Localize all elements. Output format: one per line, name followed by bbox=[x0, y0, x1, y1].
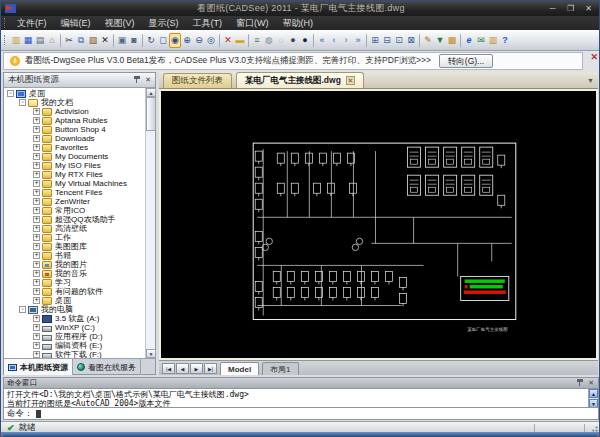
expand-toggle[interactable]: + bbox=[33, 117, 40, 124]
markup-icon[interactable]: ✎ bbox=[422, 33, 434, 48]
command-scrollbar[interactable]: ▲ ▼ bbox=[588, 389, 598, 408]
prev-sheet-icon[interactable]: ◀ bbox=[176, 363, 189, 374]
tree-item[interactable]: + Aptana Rubles bbox=[4, 116, 145, 125]
expand-toggle[interactable]: - bbox=[19, 99, 26, 106]
mail-icon[interactable]: ✉ bbox=[475, 33, 487, 48]
zoom-extents-icon[interactable]: ◎ bbox=[205, 33, 217, 48]
ruler-icon[interactable]: ▬ bbox=[234, 33, 246, 48]
home-icon[interactable]: ⌂ bbox=[46, 33, 58, 48]
expand-toggle[interactable]: + bbox=[33, 153, 40, 160]
expand-toggle[interactable]: + bbox=[33, 315, 40, 322]
zoom-window-icon[interactable]: ◻ bbox=[157, 33, 169, 48]
pin-icon[interactable] bbox=[134, 76, 140, 84]
tree-item[interactable]: - 桌面 bbox=[4, 89, 145, 98]
next-page-icon[interactable]: › bbox=[340, 33, 352, 48]
drag-grip[interactable] bbox=[4, 35, 7, 45]
save-icon[interactable]: ▦ bbox=[22, 33, 34, 48]
layers-icon[interactable]: ≡ bbox=[251, 33, 263, 48]
tree-item[interactable]: + My Virtual Machines bbox=[4, 179, 145, 188]
next-sheet-icon[interactable]: ▶ bbox=[190, 363, 203, 374]
tree-item[interactable]: + Tencent Files bbox=[4, 188, 145, 197]
expand-toggle[interactable]: + bbox=[33, 333, 40, 340]
tree-item[interactable]: + 我的音乐 bbox=[4, 269, 145, 278]
tree-item[interactable]: - 我的文档 bbox=[4, 98, 145, 107]
tree-item[interactable]: + 桌面 bbox=[4, 296, 145, 305]
close-button[interactable]: ✕ bbox=[581, 3, 596, 14]
zoom-in-icon[interactable]: ⊕ bbox=[181, 33, 193, 48]
tree-item[interactable]: + Button Shop 4 bbox=[4, 125, 145, 134]
tab-layout1[interactable]: 布局1 bbox=[262, 362, 298, 375]
expand-toggle[interactable]: + bbox=[33, 135, 40, 142]
tree-item[interactable]: + My ISO Files bbox=[4, 161, 145, 170]
expand-toggle[interactable]: + bbox=[33, 342, 40, 349]
command-close-icon[interactable]: ✕ bbox=[588, 379, 594, 387]
tree-item[interactable]: + 高清壁纸 bbox=[4, 224, 145, 233]
open-icon[interactable]: ▥ bbox=[10, 33, 22, 48]
help-icon[interactable]: ? bbox=[499, 33, 511, 48]
bg-color-icon[interactable]: ● bbox=[299, 33, 311, 48]
drawing-canvas-inner[interactable]: 某电厂电气主接线图 bbox=[161, 91, 596, 358]
tree-item[interactable]: + Downloads bbox=[4, 134, 145, 143]
command-input[interactable]: 命令： bbox=[4, 407, 598, 419]
expand-toggle[interactable]: + bbox=[33, 252, 40, 259]
menu-item[interactable]: 显示(S) bbox=[142, 16, 186, 30]
expand-toggle[interactable]: + bbox=[33, 144, 40, 151]
expand-toggle[interactable]: + bbox=[33, 108, 40, 115]
expand-toggle[interactable]: + bbox=[33, 243, 40, 250]
zoom-out-icon[interactable]: ⊖ bbox=[193, 33, 205, 48]
scroll-thumb[interactable] bbox=[146, 97, 156, 131]
tab-close-icon[interactable]: ✕ bbox=[346, 76, 355, 85]
file-list-icon[interactable]: ⊟ bbox=[381, 33, 393, 48]
tree-item[interactable]: + 软件下载 (F:) bbox=[4, 350, 145, 358]
thumbnail-icon[interactable]: ◙ bbox=[128, 33, 140, 48]
zoom-realtime-icon[interactable]: ◉ bbox=[169, 33, 181, 48]
expand-toggle[interactable]: + bbox=[33, 171, 40, 178]
expand-toggle[interactable]: + bbox=[33, 297, 40, 304]
drawing-canvas[interactable]: 某电厂电气主接线图 bbox=[159, 89, 598, 360]
expand-toggle[interactable]: + bbox=[33, 324, 40, 331]
expand-toggle[interactable]: - bbox=[19, 306, 26, 313]
goto-button[interactable]: 转向(G)... bbox=[439, 54, 493, 68]
browser-icon[interactable]: e bbox=[463, 33, 475, 48]
menu-item[interactable]: 视图(V) bbox=[98, 16, 142, 30]
last-page-icon[interactable]: » bbox=[352, 33, 364, 48]
tile-windows-icon[interactable]: ⊞ bbox=[369, 33, 381, 48]
tree-item[interactable]: + Activision bbox=[4, 107, 145, 116]
delete-icon[interactable]: ✕ bbox=[99, 33, 111, 48]
first-page-icon[interactable]: « bbox=[316, 33, 328, 48]
menu-item[interactable]: 帮助(H) bbox=[276, 16, 321, 30]
close-window-icon[interactable]: ⊠ bbox=[405, 33, 417, 48]
properties-icon[interactable]: ⊡ bbox=[393, 33, 405, 48]
paste-icon[interactable]: ▨ bbox=[87, 33, 99, 48]
wireframe-mode-icon[interactable]: ◌ bbox=[275, 33, 287, 48]
tab-online-service[interactable]: 看图在线服务 bbox=[73, 359, 141, 375]
menu-item[interactable]: 窗口(W) bbox=[229, 16, 276, 30]
tree-item[interactable]: + 美图图库 bbox=[4, 242, 145, 251]
last-sheet-icon[interactable]: ▶| bbox=[204, 363, 217, 374]
expand-toggle[interactable]: + bbox=[33, 216, 40, 223]
expand-toggle[interactable]: + bbox=[33, 261, 40, 268]
tree-item[interactable]: + Favorites bbox=[4, 143, 145, 152]
resources-icon[interactable]: ▥ bbox=[487, 33, 499, 48]
title-bar[interactable]: 看图纸(CADSee) 2011 - 某电厂电气主接线图.dwg ─ ❐ ✕ bbox=[1, 1, 600, 16]
maximize-button[interactable]: ❐ bbox=[563, 3, 578, 14]
copy-icon[interactable]: ⧉ bbox=[75, 33, 87, 48]
expand-toggle[interactable]: + bbox=[33, 126, 40, 133]
first-sheet-icon[interactable]: |◀ bbox=[162, 363, 175, 374]
tab-drawing[interactable]: 某电厂电气主接线图.dwg ✕ bbox=[236, 72, 364, 88]
prev-page-icon[interactable]: ‹ bbox=[328, 33, 340, 48]
tab-model[interactable]: Model bbox=[220, 362, 259, 375]
expand-toggle[interactable]: + bbox=[33, 279, 40, 286]
expand-toggle[interactable]: + bbox=[33, 207, 40, 214]
expand-toggle[interactable]: + bbox=[33, 234, 40, 241]
expand-toggle[interactable]: + bbox=[33, 162, 40, 169]
expand-toggle[interactable]: + bbox=[33, 189, 40, 196]
scroll-up-icon[interactable]: ▲ bbox=[146, 88, 156, 97]
tab-local-resources[interactable]: 本机图纸资源 bbox=[4, 359, 73, 375]
menu-item[interactable]: 文件(F) bbox=[10, 16, 54, 30]
scroll-down-icon[interactable]: ▼ bbox=[146, 349, 156, 358]
expand-toggle[interactable]: - bbox=[7, 90, 14, 97]
render-mode-icon[interactable]: ● bbox=[287, 33, 299, 48]
package-icon[interactable]: ▩ bbox=[446, 33, 458, 48]
shade-mode-icon[interactable]: ◍ bbox=[263, 33, 275, 48]
